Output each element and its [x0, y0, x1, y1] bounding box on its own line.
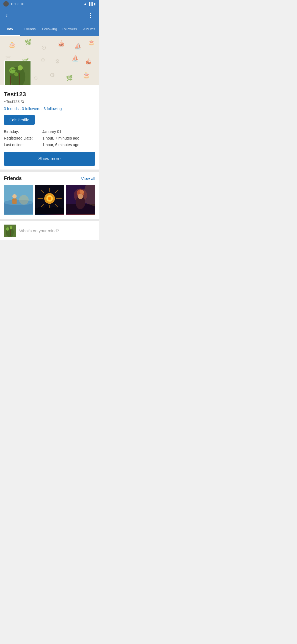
post-input-placeholder[interactable]: What's on your mind?	[19, 228, 59, 233]
show-more-button[interactable]: Show more	[4, 152, 95, 166]
last-online-value: 1 hour, 6 minutes ago	[42, 143, 79, 147]
svg-point-48	[57, 206, 61, 209]
tab-friends[interactable]: Friends	[20, 23, 40, 36]
followers-stat[interactable]: 3 followers	[22, 107, 40, 111]
section-divider	[0, 170, 99, 172]
svg-text:🌿: 🌿	[25, 39, 32, 45]
svg-rect-61	[7, 231, 7, 236]
following-stat[interactable]: 3 following	[43, 107, 62, 111]
tab-bar: Info Friends Following Followers Albums	[0, 23, 99, 36]
copy-icon[interactable]: ⧉	[21, 99, 24, 104]
top-bar: ‹ ⋮	[0, 8, 99, 23]
svg-rect-23	[10, 76, 11, 85]
wifi-icon: ▲	[84, 2, 87, 6]
registered-date-label: Registered Date:	[4, 136, 42, 140]
svg-text:🎪: 🎪	[58, 40, 65, 47]
location-icon: ⊕	[21, 2, 24, 6]
info-table: Birthday: January 01 Registered Date: 1 …	[4, 129, 95, 147]
registered-date-row: Registered Date: 1 hour, 7 minutes ago	[4, 136, 95, 140]
svg-rect-62	[10, 230, 11, 236]
signal-icon: ▐▐	[88, 2, 93, 6]
svg-rect-24	[19, 73, 20, 84]
svg-text:⛵: ⛵	[72, 55, 79, 62]
svg-text:⛵: ⛵	[74, 42, 82, 50]
friend-thumb-2[interactable]	[35, 185, 64, 215]
status-icons: ▲ ▐▐ ▮	[84, 2, 96, 6]
svg-text:🎂: 🎂	[88, 39, 95, 45]
svg-text:⚙: ⚙	[50, 72, 55, 78]
svg-text:🎪: 🎪	[85, 58, 92, 65]
friends-title: Friends	[4, 176, 22, 181]
birthday-label: Birthday:	[4, 129, 42, 134]
stat-dot-1: .	[20, 107, 21, 111]
post-divider	[0, 219, 99, 221]
svg-point-28	[4, 200, 33, 205]
friends-header: Friends View all	[4, 176, 95, 181]
battery-icon: ▮	[94, 2, 96, 6]
post-avatar	[4, 225, 16, 237]
back-button[interactable]: ‹	[3, 10, 10, 21]
svg-text:☺: ☺	[33, 75, 38, 81]
svg-point-47	[51, 207, 56, 209]
svg-point-46	[45, 206, 49, 209]
edit-profile-button[interactable]: Edit Profile	[4, 115, 35, 125]
cover-area: 🎂 🌿 ⊙ 🎪 ⛵ 🎂 ⛩ 🌿 ☺ ⚙ ⛵ 🎪 ⛩ ☺ ⚙ 🌿 🎂	[0, 36, 99, 85]
more-button[interactable]: ⋮	[85, 10, 96, 21]
stat-dot-2: .	[42, 107, 43, 111]
view-all-link[interactable]: View all	[81, 176, 95, 181]
avatar-container	[4, 61, 31, 85]
svg-point-56	[78, 194, 83, 199]
tab-info[interactable]: Info	[0, 23, 20, 36]
svg-point-21	[18, 65, 23, 70]
svg-text:🎂: 🎂	[82, 71, 90, 79]
svg-point-29	[19, 195, 29, 205]
svg-point-35	[48, 197, 51, 200]
tab-following[interactable]: Following	[40, 23, 59, 36]
cover-pattern: 🎂 🌿 ⊙ 🎪 ⛵ 🎂 ⛩ 🌿 ☺ ⚙ ⛵ 🎪 ⛩ ☺ ⚙ 🌿 🎂	[0, 36, 99, 85]
svg-point-30	[12, 194, 17, 199]
status-avatar	[3, 1, 9, 7]
avatar[interactable]	[4, 61, 31, 85]
tab-albums[interactable]: Albums	[79, 23, 99, 36]
username: Test123	[4, 91, 95, 98]
birthday-row: Birthday: January 01	[4, 129, 95, 134]
svg-rect-44	[35, 208, 64, 214]
handle-text: ~Test123	[4, 99, 20, 104]
svg-text:🎂: 🎂	[8, 41, 16, 48]
registered-date-value: 1 hour, 7 minutes ago	[42, 136, 79, 140]
svg-text:⚙: ⚙	[55, 58, 60, 64]
svg-point-45	[38, 207, 42, 209]
svg-text:🌿: 🌿	[66, 75, 73, 81]
last-online-row: Last online: 1 hour, 6 minutes ago	[4, 143, 95, 147]
friends-grid	[4, 185, 95, 215]
svg-text:⊙: ⊙	[41, 44, 46, 51]
birthday-value: January 01	[42, 129, 61, 134]
status-time: 10:03	[10, 2, 20, 6]
svg-text:☺: ☺	[40, 56, 46, 63]
last-online-label: Last online:	[4, 143, 42, 147]
handle: ~Test123 ⧉	[4, 99, 95, 104]
status-bar: 10:03 ⊕ ▲ ▐▐ ▮	[0, 0, 99, 8]
post-bar: What's on your mind?	[0, 221, 99, 240]
profile-section: Test123 ~Test123 ⧉ 3 friends . 3 followe…	[0, 85, 99, 170]
stats-row: 3 friends . 3 followers . 3 following	[4, 107, 95, 111]
friend-thumb-3[interactable]	[66, 185, 95, 215]
friends-stat[interactable]: 3 friends	[4, 107, 19, 111]
tab-followers[interactable]: Followers	[59, 23, 79, 36]
friends-section: Friends View all	[0, 172, 99, 219]
svg-point-59	[6, 227, 9, 231]
svg-rect-31	[12, 198, 17, 204]
friend-thumb-1[interactable]	[4, 185, 33, 215]
svg-point-22	[14, 72, 18, 76]
svg-point-60	[10, 226, 12, 229]
